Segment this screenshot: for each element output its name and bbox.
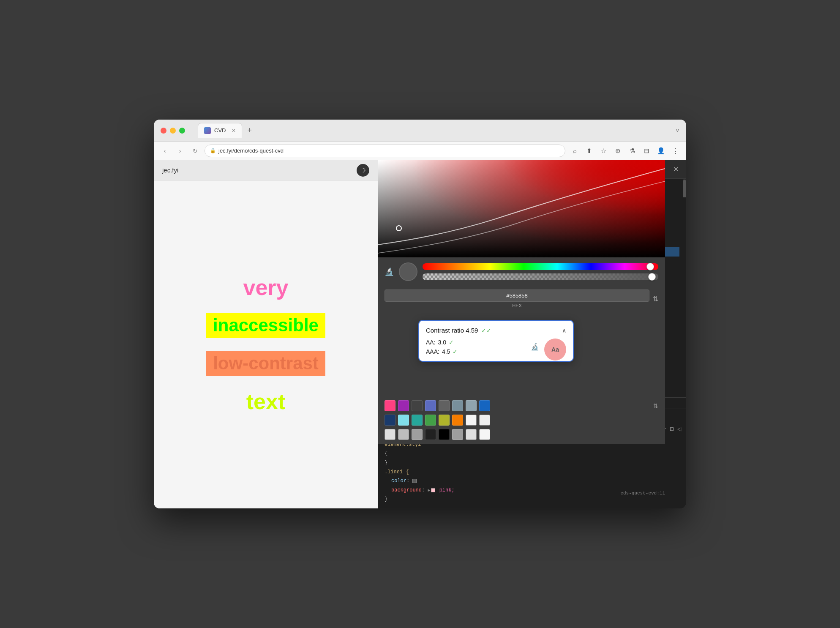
forward-button[interactable]: › — [174, 145, 186, 157]
profile-icon[interactable]: 👤 — [655, 145, 667, 157]
styles-content: element.styl { } .line1 { color: — [378, 436, 686, 508]
copy-styles-icon[interactable]: ⊡ — [670, 426, 674, 432]
swatch-nearblack[interactable] — [425, 429, 436, 440]
devtools-panel: ⚙ ⋮ ✕ 🔬 — [378, 160, 686, 508]
tab-title: CVD — [214, 127, 226, 134]
swatch-gray2[interactable] — [412, 429, 423, 440]
swatch-lightgray4[interactable] — [466, 429, 477, 440]
labs-icon[interactable]: ⚗ — [626, 145, 638, 157]
address-input[interactable]: 🔒 jec.fyi/demo/cds-quest-cvd — [205, 145, 565, 157]
eyedropper-button[interactable]: 🔬 — [385, 267, 394, 276]
swatches-section: ⇅ — [378, 396, 665, 444]
content-area: jec.fyi ☽ very inaccessible low-contrast… — [154, 160, 686, 508]
swatch-verylightgray2[interactable] — [479, 429, 490, 440]
color-swatch-preview — [399, 262, 417, 281]
source-reference: cds-quest-cvd:11 — [620, 491, 665, 496]
swatch-darkgray[interactable] — [412, 400, 423, 411]
swatch-cyan[interactable] — [398, 415, 409, 426]
word-text: text — [246, 389, 285, 414]
css-brace-close-1: } — [385, 459, 679, 468]
contrast-panel: Contrast ratio 4.59 ✓✓ ∧ AA: 3.0 ✓ AAA: — [418, 320, 574, 362]
word-inaccessible: inaccessible — [206, 313, 325, 338]
minimize-button[interactable] — [170, 128, 176, 134]
swatch-medgray[interactable] — [398, 429, 409, 440]
hex-input[interactable] — [385, 289, 649, 302]
bookmark-icon[interactable]: ☆ — [597, 145, 609, 157]
contrast-eyedropper[interactable]: 🔬 — [531, 343, 539, 351]
maximize-button[interactable] — [179, 128, 185, 134]
swatch-gray1[interactable] — [439, 400, 450, 411]
dark-mode-button[interactable]: ☽ — [357, 164, 369, 177]
word-very: very — [243, 275, 289, 300]
webpage-panel: jec.fyi ☽ very inaccessible low-contrast… — [154, 160, 378, 508]
aaa-check: ✓ — [453, 348, 458, 355]
contrast-check-marks: ✓✓ — [481, 327, 491, 334]
swatch-orange[interactable] — [452, 415, 463, 426]
devtools-close-icon[interactable]: ✕ — [670, 164, 681, 175]
swatch-lightgray2[interactable] — [479, 415, 490, 426]
tab-favicon — [204, 127, 211, 134]
contrast-collapse-button[interactable]: ∧ — [562, 327, 566, 334]
back-button[interactable]: ‹ — [159, 145, 171, 157]
title-bar: CVD ✕ + ∨ — [154, 120, 686, 142]
swatch-lightgray3[interactable] — [385, 429, 395, 440]
tab-close-button[interactable]: ✕ — [232, 128, 236, 134]
swatch-blue[interactable] — [479, 400, 490, 411]
browser-toolbar: ⌕ ⬆ ☆ ⊕ ⚗ ⊟ 👤 ⋮ — [569, 145, 681, 157]
address-text: jec.fyi/demo/cds-quest-cvd — [218, 147, 284, 154]
mac-window: CVD ✕ + ∨ ‹ › ↻ 🔒 jec.fyi/demo/cds-quest… — [154, 120, 686, 508]
collapse-panel-icon[interactable]: ◁ — [677, 426, 681, 432]
swatch-lime[interactable] — [439, 415, 450, 426]
search-icon[interactable]: ⌕ — [569, 145, 581, 157]
css-line1-selector: .line1 { — [385, 468, 679, 477]
swatch-purple[interactable] — [398, 400, 409, 411]
address-bar: ‹ › ↻ 🔒 jec.fyi/demo/cds-quest-cvd ⌕ ⬆ ☆… — [154, 142, 686, 160]
contrast-title: Contrast ratio 4.59 ✓✓ — [426, 327, 491, 334]
sidebar-toggle-icon[interactable]: ⊟ — [641, 145, 652, 157]
close-button[interactable] — [161, 128, 166, 134]
contrast-header: Contrast ratio 4.59 ✓✓ ∧ — [426, 327, 566, 334]
swatch-row-1: ⇅ — [385, 400, 658, 411]
webpage-content: very inaccessible low-contrast text — [154, 180, 378, 508]
swatch-navy[interactable] — [385, 415, 395, 426]
swatch-indigo[interactable] — [425, 400, 436, 411]
swatch-stepper-1[interactable]: ⇅ — [653, 402, 658, 409]
more-icon[interactable]: ⋮ — [669, 145, 681, 157]
hex-input-row: HEX ⇅ — [378, 286, 665, 311]
swatch-row-2 — [385, 415, 658, 426]
extensions-icon[interactable]: ⊕ — [612, 145, 624, 157]
hex-label: HEX — [385, 303, 649, 308]
hue-slider[interactable] — [423, 263, 658, 270]
aa-check: ✓ — [449, 339, 454, 346]
contrast-preview: Aa — [544, 339, 566, 360]
new-tab-button[interactable]: + — [244, 126, 255, 135]
color-cursor[interactable] — [396, 225, 402, 231]
styles-bottom-icons: + ⊡ ◁ — [663, 426, 681, 432]
browser-tab[interactable]: CVD ✕ — [198, 123, 242, 138]
swatch-black[interactable] — [439, 429, 450, 440]
css-color-swatch[interactable] — [412, 479, 417, 483]
word-low-contrast: low-contrast — [206, 351, 325, 376]
color-gradient[interactable] — [378, 160, 665, 257]
webpage-nav: jec.fyi ☽ — [154, 160, 378, 180]
swatch-green[interactable] — [425, 415, 436, 426]
hex-stepper[interactable]: ⇅ — [653, 295, 658, 303]
alpha-slider[interactable] — [423, 273, 658, 280]
css-color-row: color: — [385, 477, 679, 486]
traffic-lights — [161, 128, 185, 134]
swatch-teal[interactable] — [412, 415, 423, 426]
swatch-bluegray[interactable] — [452, 400, 463, 411]
swatch-gray3[interactable] — [452, 429, 463, 440]
hue-thumb[interactable] — [646, 263, 654, 270]
color-picker-popup: 🔬 HEX — [378, 160, 665, 444]
refresh-button[interactable]: ↻ — [189, 145, 201, 157]
alpha-thumb[interactable] — [648, 273, 656, 281]
color-controls: 🔬 — [378, 257, 665, 286]
swatch-verylightgray[interactable] — [466, 415, 477, 426]
color-sliders — [423, 263, 658, 280]
moon-icon: ☽ — [360, 167, 366, 174]
share-icon[interactable]: ⬆ — [583, 145, 595, 157]
css-background-swatch[interactable] — [431, 488, 435, 492]
swatch-pink[interactable] — [385, 400, 395, 411]
swatch-lightbluegray[interactable] — [466, 400, 477, 411]
